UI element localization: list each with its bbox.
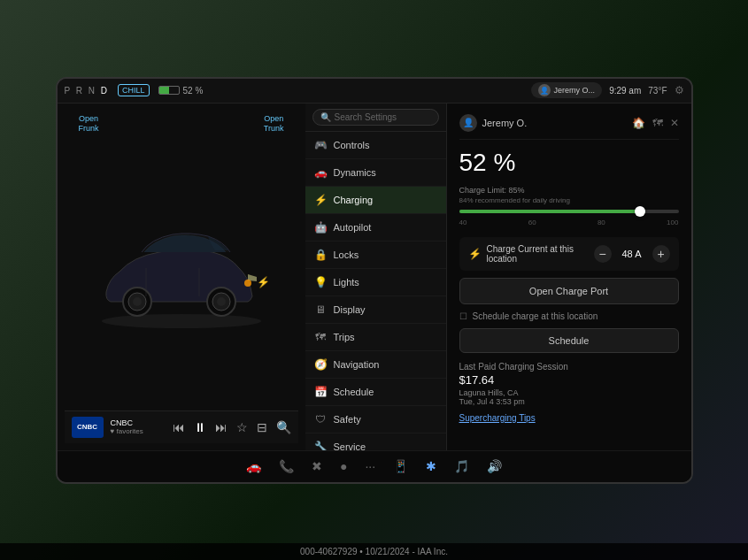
music-player: CNBC CNBC ♥ favorites ⏮ ⏸ ⏭ ☆ ⊟ 🔍 (65, 410, 298, 443)
lights-label: Lights (334, 277, 359, 288)
next-track-button[interactable]: ⏭ (215, 420, 227, 434)
service-label: Service (334, 441, 366, 450)
schedule-checkbox-row: ☐ Schedule charge at this location (459, 311, 679, 321)
phone-taskbar-icon[interactable]: 📞 (279, 459, 294, 473)
open-charge-port-button[interactable]: Open Charge Port (459, 278, 679, 304)
nav-icon[interactable]: 🗺 (652, 117, 663, 129)
battery-bar (158, 86, 180, 95)
svg-point-6 (217, 297, 226, 306)
trips-label: Trips (334, 332, 355, 342)
settings-item-schedule[interactable]: 📅 Schedule (305, 379, 446, 406)
music-subtitle: ♥ favorites (111, 427, 166, 435)
profile-avatar-small: 👤 (538, 84, 551, 96)
slider-label-80: 80 (598, 219, 605, 226)
settings-item-service[interactable]: 🔧 Service (305, 433, 446, 450)
play-pause-button[interactable]: ⏸ (194, 420, 206, 434)
left-panel: OpenFrunk OpenTrunk (58, 104, 305, 450)
navigation-label: Navigation (334, 359, 380, 370)
autopilot-icon: 🤖 (314, 221, 327, 234)
schedule-checkbox-icon[interactable]: ☐ (459, 311, 467, 321)
current-value-display: 48 A (619, 249, 645, 259)
search-music-button[interactable]: 🔍 (276, 420, 291, 434)
music-channel: CNBC (111, 418, 166, 427)
schedule-button[interactable]: Schedule (459, 328, 679, 353)
supercharging-tips-link[interactable]: Supercharging Tips (459, 413, 679, 423)
last-paid-title: Last Paid Charging Session (459, 362, 679, 372)
display-label: Display (334, 304, 366, 315)
slider-label-100: 100 (667, 219, 678, 226)
decrease-current-button[interactable]: − (594, 245, 612, 263)
music-controls: ⏮ ⏸ ⏭ ☆ ⊟ 🔍 (173, 420, 291, 434)
settings-list: 🎮 Controls 🚗 Dynamics ⚡ Charging 🤖 Autop… (305, 132, 446, 450)
lights-icon: 💡 (314, 276, 327, 288)
bolt-icon: ⚡ (468, 248, 482, 260)
close-icon[interactable]: ✕ (670, 117, 679, 129)
search-input-box[interactable]: 🔍 Search Settings (312, 109, 439, 126)
status-bar: P R N D CHILL 52 % 👤 Jeremy O... 9:29 am… (58, 79, 691, 104)
locks-label: Locks (334, 249, 359, 260)
dynamics-label: Dynamics (334, 167, 376, 178)
car-labels: OpenFrunk OpenTrunk (65, 111, 298, 138)
settings-item-navigation[interactable]: 🧭 Navigation (305, 351, 446, 379)
settings-item-dynamics[interactable]: 🚗 Dynamics (305, 159, 446, 187)
battery-fill (159, 87, 169, 94)
status-left: P R N D CHILL 52 % (65, 84, 204, 96)
settings-item-controls[interactable]: 🎮 Controls (305, 132, 446, 159)
open-frunk-label[interactable]: OpenFrunk (79, 114, 99, 134)
settings-item-safety[interactable]: 🛡 Safety (305, 406, 446, 433)
last-paid-date: Tue, Jul 4 3:53 pm (459, 397, 679, 406)
charge-current-row: ⚡ Charge Current at this location − 48 A… (459, 237, 679, 271)
increase-current-button[interactable]: + (652, 245, 670, 263)
music-info: CNBC ♥ favorites (111, 418, 166, 435)
charge-limit-slider[interactable]: 40 60 80 100 (459, 210, 679, 226)
search-placeholder: Search Settings (335, 112, 397, 122)
spotify-taskbar-icon[interactable]: 🎵 (454, 459, 469, 473)
last-paid-session: Last Paid Charging Session $17.64 Laguna… (459, 362, 679, 406)
header-icons: 🏠 🗺 ✕ (632, 117, 679, 129)
favorite-button[interactable]: ☆ (236, 420, 248, 434)
charge-current-control: − 48 A + (594, 245, 670, 263)
outer-frame: P R N D CHILL 52 % 👤 Jeremy O... 9:29 am… (0, 0, 748, 560)
equalizer-button[interactable]: ⊟ (257, 420, 267, 434)
volume-taskbar-icon[interactable]: 🔊 (487, 459, 502, 473)
safety-icon: 🛡 (314, 413, 327, 426)
settings-item-display[interactable]: 🖥 Display (305, 296, 446, 324)
last-paid-amount: $17.64 (459, 373, 679, 387)
settings-item-locks[interactable]: 🔒 Locks (305, 242, 446, 269)
caption-bar: 000-40627929 • 10/21/2024 - IAA Inc. (0, 543, 748, 560)
charge-percentage-display: 52 % (459, 149, 679, 177)
slider-thumb[interactable] (635, 206, 645, 217)
settings-item-trips[interactable]: 🗺 Trips (305, 324, 446, 351)
car-svg: ⚡ (84, 217, 279, 332)
dots-taskbar-icon[interactable]: ··· (365, 459, 375, 473)
cnbc-logo: CNBC (72, 417, 104, 438)
dot-taskbar-icon[interactable]: ● (340, 459, 347, 473)
dynamics-icon: 🚗 (314, 166, 327, 179)
profile-pill[interactable]: 👤 Jeremy O... (531, 82, 603, 98)
svg-point-0 (102, 314, 261, 328)
settings-icon[interactable]: ⚙ (675, 84, 684, 96)
svg-point-7 (244, 280, 251, 287)
chill-badge: CHILL (118, 84, 150, 96)
navigation-icon: 🧭 (314, 358, 327, 371)
mobile-taskbar-icon[interactable]: 📱 (393, 459, 408, 473)
close-taskbar-icon[interactable]: ✖ (312, 459, 322, 473)
schedule-label: Schedule (334, 387, 374, 397)
schedule-charge-label: Schedule charge at this location (473, 311, 598, 321)
time-display: 9:29 am (609, 86, 641, 96)
svg-text:⚡: ⚡ (257, 275, 270, 288)
settings-item-autopilot[interactable]: 🤖 Autopilot (305, 214, 446, 242)
charge-limit-label: Charge Limit: 85% (459, 186, 679, 195)
user-avatar: 👤 (459, 114, 477, 132)
car-taskbar-icon[interactable]: 🚗 (246, 459, 261, 473)
bluetooth-taskbar-icon[interactable]: ✱ (426, 459, 436, 473)
taskbar: 🚗 📞 ✖ ● ··· 📱 ✱ 🎵 🔊 (58, 450, 691, 482)
settings-panel: 🔍 Search Settings 🎮 Controls 🚗 Dynamics … (305, 104, 447, 450)
active-gear: D (101, 86, 109, 96)
home-icon[interactable]: 🏠 (632, 117, 645, 129)
settings-item-charging[interactable]: ⚡ Charging (305, 187, 446, 214)
open-trunk-label[interactable]: OpenTrunk (264, 114, 284, 134)
service-icon: 🔧 (314, 441, 327, 450)
prev-track-button[interactable]: ⏮ (173, 420, 185, 434)
settings-item-lights[interactable]: 💡 Lights (305, 269, 446, 296)
